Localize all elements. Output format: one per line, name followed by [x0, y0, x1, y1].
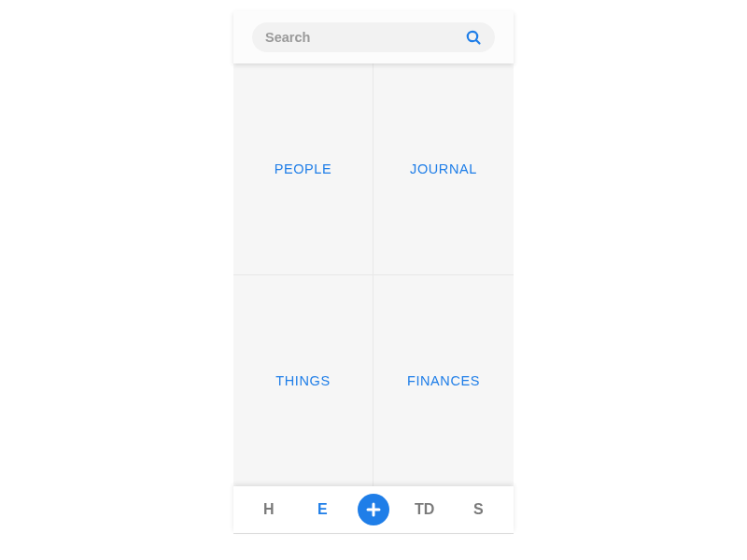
tile-label: PEOPLE	[275, 161, 332, 176]
search-placeholder: Search	[265, 30, 310, 45]
tile-finances[interactable]: FINANCES	[374, 275, 514, 487]
tile-label: JOURNAL	[410, 161, 477, 176]
svg-line-1	[476, 40, 480, 44]
tab-label: TD	[415, 501, 434, 517]
tile-label: FINANCES	[407, 373, 480, 388]
tab-label: H	[263, 501, 275, 517]
search-field[interactable]: Search	[252, 22, 495, 52]
add-button[interactable]	[358, 494, 389, 525]
app-frame: Search PEOPLE JOURNAL THINGS FINANCES H …	[233, 11, 514, 534]
tab-bar: H E TD S	[233, 486, 514, 533]
tile-people[interactable]: PEOPLE	[233, 63, 374, 275]
tile-things[interactable]: THINGS	[233, 275, 374, 487]
tab-e[interactable]: E	[303, 501, 341, 518]
category-grid: PEOPLE JOURNAL THINGS FINANCES	[233, 63, 514, 486]
toolbar: Search	[233, 11, 514, 63]
tab-s[interactable]: S	[459, 501, 497, 518]
tab-label: S	[473, 501, 484, 517]
search-icon	[465, 29, 482, 46]
tab-h[interactable]: H	[250, 501, 288, 518]
plus-icon	[365, 501, 382, 518]
tile-label: THINGS	[275, 373, 330, 388]
tab-td[interactable]: TD	[406, 501, 444, 518]
tab-label: E	[317, 501, 328, 517]
tile-journal[interactable]: JOURNAL	[374, 63, 514, 275]
